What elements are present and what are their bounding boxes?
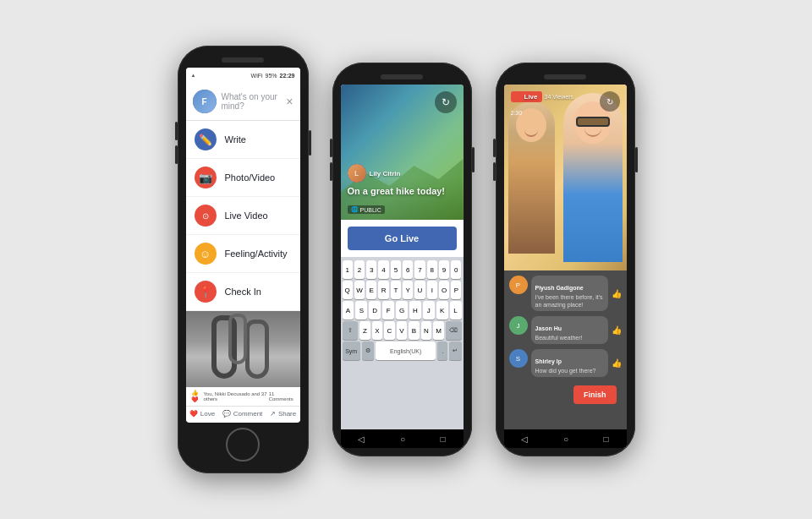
screen-3: Live 34 Viewers 2:30 ↻ P [504, 85, 627, 448]
key-a[interactable]: A [343, 301, 354, 320]
space-key[interactable]: English(UK) [376, 341, 436, 360]
key-z[interactable]: Z [359, 321, 370, 340]
keyboard-row-bottom: Sym ⚙ English(UK) . ↵ [343, 341, 462, 360]
key-q[interactable]: Q [343, 281, 353, 299]
menu-item-live-video[interactable]: ⊙ Live Video [186, 197, 300, 235]
shift-key[interactable]: ⇧ [343, 321, 359, 340]
recents-nav-button[interactable]: □ [441, 434, 446, 444]
like-button-2[interactable]: 👍 [612, 325, 622, 335]
live-user-avatar: L [348, 164, 366, 183]
check-in-icon: 📍 [195, 281, 217, 303]
go-live-button[interactable]: Go Live [348, 227, 457, 250]
home-nav-button-3[interactable]: ○ [563, 434, 568, 444]
share-button[interactable]: ↗ Share [270, 410, 296, 418]
menu-item-check-in[interactable]: 📍 Check In [186, 273, 300, 311]
key-o[interactable]: O [439, 281, 449, 299]
composer-header[interactable]: F What's on your mind? × [186, 83, 300, 121]
comments-count: 11 Comments [269, 391, 295, 402]
key-3[interactable]: 3 [366, 260, 376, 279]
love-button[interactable]: ❤️ Love [189, 410, 215, 418]
reactions-bar: 👍❤️ You, Nikki Decusado and 37 others 11… [186, 387, 300, 406]
share-label: Share [278, 410, 296, 418]
live-username: Lily Citrin [370, 170, 401, 178]
key-2[interactable]: 2 [354, 260, 365, 279]
key-p[interactable]: P [451, 281, 461, 299]
keyboard-row-asdf: A S D F G H J K L [343, 301, 462, 320]
key-b[interactable]: B [409, 321, 420, 340]
globe-icon: 🌐 [351, 206, 359, 213]
key-v[interactable]: V [397, 321, 408, 340]
speaker-top-1 [222, 57, 264, 63]
flip-icon: ↻ [442, 96, 450, 108]
key-h[interactable]: H [409, 301, 421, 320]
comment-text-2: Beautiful weather! [535, 334, 604, 341]
key-1[interactable]: 1 [343, 260, 353, 279]
key-k[interactable]: K [436, 301, 448, 320]
home-nav-button[interactable]: ○ [400, 434, 405, 444]
key-7[interactable]: 7 [414, 260, 425, 279]
key-m[interactable]: M [433, 321, 444, 340]
key-g[interactable]: G [396, 301, 408, 320]
key-u[interactable]: U [414, 281, 425, 299]
home-button-1[interactable] [226, 428, 260, 462]
status-bar-1: ▲ WiFi 95% 22:29 [186, 68, 300, 83]
key-d[interactable]: D [369, 301, 381, 320]
comment-button[interactable]: 💬 Comment [222, 410, 263, 418]
recents-nav-button-3[interactable]: □ [604, 434, 609, 444]
enter-key[interactable]: ↵ [449, 341, 461, 360]
comment-item-1: P Piyush Gadigone I've been there before… [509, 276, 622, 311]
key-l[interactable]: L [450, 301, 462, 320]
comment-bubble-2: Jason Hu Beautiful weather! [531, 316, 608, 344]
key-n[interactable]: N [421, 321, 432, 340]
backspace-key[interactable]: ⌫ [446, 321, 462, 340]
keyboard: 1 2 3 4 5 6 7 8 9 0 Q W E R T [341, 257, 464, 429]
settings-key[interactable]: ⚙ [362, 341, 374, 360]
viewers-count: 34 Viewers [545, 94, 574, 100]
post-image [186, 311, 300, 387]
menu-item-write[interactable]: ✏️ Write [186, 121, 300, 159]
key-9[interactable]: 9 [439, 260, 449, 279]
key-5[interactable]: 5 [391, 260, 401, 279]
battery-indicator: 95% [266, 73, 277, 79]
sunglasses [576, 117, 610, 127]
key-f[interactable]: F [382, 301, 394, 320]
key-8[interactable]: 8 [427, 260, 437, 279]
back-nav-button-3[interactable]: ◁ [521, 434, 528, 444]
key-4[interactable]: 4 [378, 260, 388, 279]
nav-bar-3: ◁ ○ □ [504, 429, 627, 448]
menu-item-photo-video[interactable]: 📷 Photo/Video [186, 159, 300, 197]
commenter-avatar-2: J [509, 316, 528, 335]
key-r[interactable]: R [378, 281, 388, 299]
live-flip-icon: ↻ [606, 97, 613, 107]
key-c[interactable]: C [384, 321, 395, 340]
close-button[interactable]: × [286, 95, 293, 108]
like-button-3[interactable]: 👍 [612, 358, 622, 368]
key-x[interactable]: X [372, 321, 383, 340]
selfie-person-2 [508, 101, 555, 254]
key-s[interactable]: S [355, 301, 367, 320]
key-j[interactable]: J [423, 301, 435, 320]
back-nav-button[interactable]: ◁ [358, 434, 365, 444]
flip-camera-button[interactable]: ↻ [435, 91, 457, 113]
key-i[interactable]: I [427, 281, 437, 299]
period-key[interactable]: . [437, 341, 447, 360]
key-e[interactable]: E [366, 281, 376, 299]
live-video-area: Live 34 Viewers 2:30 ↻ [504, 85, 627, 270]
nav-bar-2: ◁ ○ □ [341, 429, 464, 448]
likes-text: You, Nikki Decusado and 37 others [203, 391, 268, 402]
live-flip-button[interactable]: ↻ [600, 91, 620, 112]
key-y[interactable]: Y [403, 281, 413, 299]
key-0[interactable]: 0 [451, 260, 461, 279]
clock: 22:29 [280, 73, 295, 79]
menu-item-feeling[interactable]: ☺ Feeling/Activity [186, 235, 300, 273]
comment-icon: 💬 [222, 410, 231, 418]
key-w[interactable]: W [354, 281, 365, 299]
phone-1: ▲ WiFi 95% 22:29 F What's on your mind? … [178, 46, 309, 473]
like-button-1[interactable]: 👍 [612, 289, 622, 298]
key-6[interactable]: 6 [403, 260, 413, 279]
key-t[interactable]: T [391, 281, 401, 299]
finish-button[interactable]: Finish [573, 385, 617, 404]
keyboard-row-numbers: 1 2 3 4 5 6 7 8 9 0 [343, 260, 462, 279]
feeling-icon: ☺ [195, 243, 217, 265]
sym-key[interactable]: Sym [343, 341, 360, 360]
